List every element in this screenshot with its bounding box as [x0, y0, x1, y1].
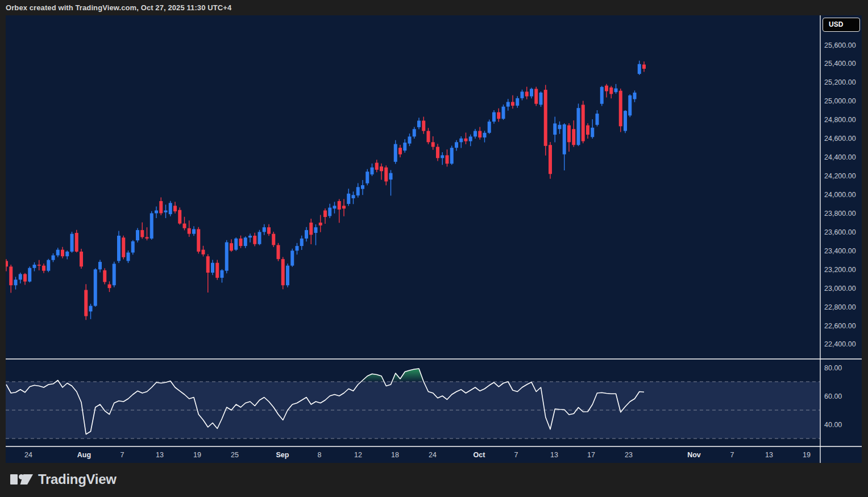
candle-body	[113, 264, 116, 285]
candle-body	[136, 230, 139, 240]
candle-body	[539, 93, 543, 105]
time-tick-label: Sep	[276, 451, 289, 459]
price-tick-label: 24,000.00	[824, 191, 856, 199]
candle-body	[290, 250, 294, 265]
time-axis[interactable]: 24Aug7131925Sep8121824Oct7131723Nov71319	[24, 451, 811, 459]
price-tick-label: 25,200.00	[824, 78, 856, 86]
candle-body	[427, 131, 430, 143]
candle-body	[94, 269, 97, 306]
candle-body	[450, 148, 454, 164]
candle-body	[42, 266, 45, 271]
candle-body	[338, 201, 341, 210]
time-tick-label: 7	[121, 451, 124, 459]
candle-body	[488, 122, 491, 133]
candle-body	[131, 241, 135, 253]
candle-body	[628, 95, 632, 115]
title-bar: Orbex created with TradingView.com, Oct …	[0, 0, 868, 15]
tradingview-snapshot: Orbex created with TradingView.com, Oct …	[0, 0, 868, 497]
candle-body	[333, 206, 337, 208]
time-tick-label: 24	[429, 451, 437, 459]
candle-body	[150, 213, 153, 238]
candle-body	[638, 64, 641, 74]
candle-body	[464, 139, 468, 141]
candle-body	[197, 229, 200, 252]
candlestick-series[interactable]	[6, 61, 646, 320]
candle-body	[281, 259, 285, 285]
candle-body	[342, 206, 346, 208]
candle-body	[244, 237, 247, 246]
candle-body	[511, 102, 514, 106]
candle-body	[19, 274, 22, 279]
candle-body	[624, 111, 627, 131]
candle-body	[253, 236, 256, 244]
candle-body	[309, 223, 313, 235]
currency-badge[interactable]: USD	[823, 18, 860, 32]
candle-body	[417, 120, 421, 127]
candle-body	[33, 265, 36, 268]
candle-body	[319, 223, 322, 225]
candle-body	[272, 234, 275, 245]
candle-body	[394, 144, 397, 162]
price-tick-label: 23,400.00	[824, 247, 856, 255]
candle-body	[459, 139, 463, 143]
candle-body	[553, 123, 556, 135]
candle-body	[403, 143, 406, 151]
candle-body	[70, 234, 74, 252]
price-tick-label: 23,800.00	[824, 210, 856, 218]
candle-body	[483, 133, 487, 137]
chart-area[interactable]: 25,600.0025,400.0025,200.0025,000.0024,8…	[6, 15, 862, 463]
candle-body	[267, 227, 271, 234]
candle-body	[436, 147, 439, 158]
chart-canvas[interactable]: 25,600.0025,400.0025,200.0025,000.0024,8…	[6, 15, 862, 463]
candle-body	[474, 131, 477, 137]
time-tick-label: 13	[550, 451, 558, 459]
candle-body	[469, 136, 472, 141]
candle-body	[127, 253, 130, 261]
candle-body	[506, 102, 510, 106]
rsi-tick-label: 60.00	[824, 392, 842, 400]
candle-body	[56, 250, 60, 256]
candle-body	[549, 145, 552, 174]
candle-body	[586, 126, 589, 135]
candle-body	[314, 227, 318, 233]
candle-body	[591, 128, 594, 137]
time-tick-label: 7	[514, 451, 518, 459]
candle-body	[38, 265, 41, 266]
candle-body	[286, 266, 289, 286]
candle-body	[516, 98, 519, 106]
candle-body	[89, 306, 93, 311]
candle-body	[530, 89, 533, 96]
price-axis[interactable]: 25,600.0025,400.0025,200.0025,000.0024,8…	[824, 41, 856, 429]
candle-body	[164, 211, 168, 212]
time-tick-label: Oct	[474, 451, 486, 459]
candle-body	[441, 155, 444, 158]
rsi-pane[interactable]	[6, 369, 820, 438]
candle-body	[183, 224, 186, 228]
rsi-overbought-fill	[361, 374, 384, 382]
candle-body	[103, 270, 106, 282]
candle-body	[492, 112, 496, 122]
time-tick-label: Aug	[77, 451, 91, 459]
candle-body	[389, 173, 393, 180]
candle-body	[117, 236, 121, 261]
price-tick-label: 24,600.00	[824, 135, 856, 143]
candle-body	[356, 187, 360, 195]
candle-body	[248, 236, 252, 237]
candle-body	[577, 108, 580, 145]
time-tick-label: Nov	[687, 451, 701, 459]
price-tick-label: 24,800.00	[824, 116, 856, 124]
candle-body	[361, 185, 364, 189]
time-tick-label: 19	[803, 451, 811, 459]
candle-body	[47, 260, 50, 271]
candle-body	[230, 243, 233, 250]
candle-body	[323, 211, 327, 218]
candle-body	[202, 250, 205, 254]
candle-body	[596, 114, 599, 125]
time-tick-label: 19	[193, 451, 201, 459]
time-tick-label: 25	[231, 451, 239, 459]
candle-body	[234, 239, 238, 250]
candle-body	[65, 252, 69, 256]
candle-body	[422, 120, 425, 131]
candle-body	[178, 210, 181, 224]
candle-body	[455, 142, 458, 148]
